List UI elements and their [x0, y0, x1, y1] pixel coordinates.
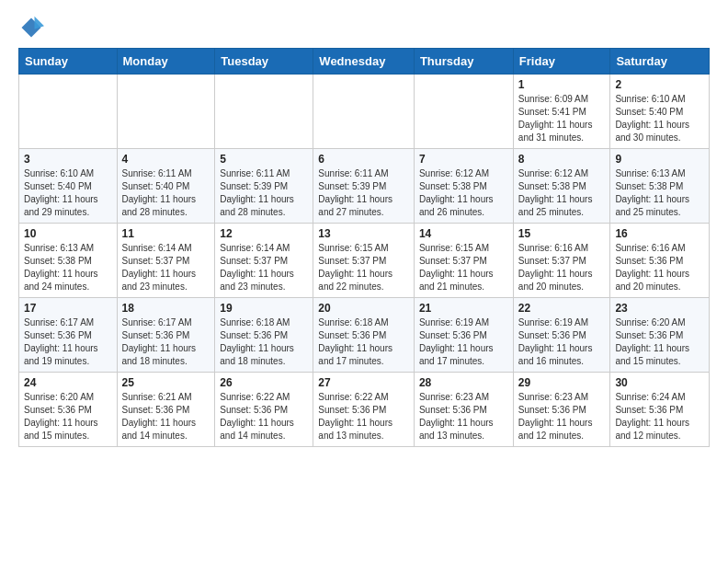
day-number: 29	[518, 376, 606, 389]
day-info: Sunrise: 6:10 AM Sunset: 5:40 PM Dayligh…	[615, 93, 704, 144]
day-number: 5	[220, 153, 308, 166]
weekday-header: Friday	[513, 49, 610, 75]
page: SundayMondayTuesdayWednesdayThursdayFrid…	[0, 0, 728, 456]
day-info: Sunrise: 6:23 AM Sunset: 5:36 PM Dayligh…	[518, 391, 606, 442]
day-number: 25	[122, 376, 210, 389]
calendar-cell	[19, 75, 118, 149]
day-info: Sunrise: 6:10 AM Sunset: 5:40 PM Dayligh…	[24, 167, 112, 219]
day-number: 19	[220, 302, 308, 315]
calendar-cell: 25Sunrise: 6:21 AM Sunset: 5:36 PM Dayli…	[117, 373, 215, 447]
calendar-cell	[313, 75, 415, 149]
logo-icon	[18, 15, 44, 40]
day-info: Sunrise: 6:15 AM Sunset: 5:37 PM Dayligh…	[419, 242, 508, 293]
day-number: 22	[518, 302, 606, 315]
day-number: 23	[615, 302, 704, 315]
day-number: 4	[122, 153, 210, 166]
calendar-cell: 20Sunrise: 6:18 AM Sunset: 5:36 PM Dayli…	[313, 298, 415, 373]
day-info: Sunrise: 6:18 AM Sunset: 5:36 PM Dayligh…	[220, 316, 308, 368]
day-number: 1	[518, 78, 606, 91]
calendar-cell: 28Sunrise: 6:23 AM Sunset: 5:36 PM Dayli…	[414, 373, 513, 447]
day-info: Sunrise: 6:13 AM Sunset: 5:38 PM Dayligh…	[615, 167, 704, 219]
calendar-header-row: SundayMondayTuesdayWednesdayThursdayFrid…	[19, 49, 710, 75]
day-info: Sunrise: 6:11 AM Sunset: 5:40 PM Dayligh…	[122, 167, 210, 219]
calendar-cell: 5Sunrise: 6:11 AM Sunset: 5:39 PM Daylig…	[215, 149, 313, 224]
calendar-cell: 21Sunrise: 6:19 AM Sunset: 5:36 PM Dayli…	[414, 298, 513, 373]
calendar-cell: 6Sunrise: 6:11 AM Sunset: 5:39 PM Daylig…	[313, 149, 415, 224]
day-number: 14	[419, 227, 508, 240]
weekday-header: Sunday	[19, 49, 118, 75]
calendar-cell: 2Sunrise: 6:10 AM Sunset: 5:40 PM Daylig…	[610, 75, 710, 149]
day-info: Sunrise: 6:17 AM Sunset: 5:36 PM Dayligh…	[122, 316, 210, 368]
calendar-week-row: 10Sunrise: 6:13 AM Sunset: 5:38 PM Dayli…	[19, 224, 710, 298]
day-info: Sunrise: 6:14 AM Sunset: 5:37 PM Dayligh…	[220, 242, 308, 293]
day-number: 18	[122, 302, 210, 315]
calendar: SundayMondayTuesdayWednesdayThursdayFrid…	[18, 48, 710, 447]
day-info: Sunrise: 6:11 AM Sunset: 5:39 PM Dayligh…	[220, 167, 308, 219]
calendar-week-row: 3Sunrise: 6:10 AM Sunset: 5:40 PM Daylig…	[19, 149, 710, 224]
calendar-week-row: 1Sunrise: 6:09 AM Sunset: 5:41 PM Daylig…	[19, 75, 710, 149]
day-info: Sunrise: 6:16 AM Sunset: 5:36 PM Dayligh…	[615, 242, 704, 293]
day-info: Sunrise: 6:11 AM Sunset: 5:39 PM Dayligh…	[318, 167, 409, 219]
calendar-cell: 30Sunrise: 6:24 AM Sunset: 5:36 PM Dayli…	[610, 373, 710, 447]
day-info: Sunrise: 6:19 AM Sunset: 5:36 PM Dayligh…	[419, 316, 508, 368]
calendar-cell: 19Sunrise: 6:18 AM Sunset: 5:36 PM Dayli…	[215, 298, 313, 373]
calendar-week-row: 24Sunrise: 6:20 AM Sunset: 5:36 PM Dayli…	[19, 373, 710, 447]
calendar-cell: 27Sunrise: 6:22 AM Sunset: 5:36 PM Dayli…	[313, 373, 415, 447]
day-number: 21	[419, 302, 508, 315]
day-info: Sunrise: 6:24 AM Sunset: 5:36 PM Dayligh…	[615, 391, 704, 442]
calendar-cell: 11Sunrise: 6:14 AM Sunset: 5:37 PM Dayli…	[117, 224, 215, 298]
day-number: 10	[24, 227, 112, 240]
calendar-cell: 7Sunrise: 6:12 AM Sunset: 5:38 PM Daylig…	[414, 149, 513, 224]
day-info: Sunrise: 6:22 AM Sunset: 5:36 PM Dayligh…	[318, 391, 409, 442]
day-number: 26	[220, 376, 308, 389]
day-info: Sunrise: 6:22 AM Sunset: 5:36 PM Dayligh…	[220, 391, 308, 442]
day-number: 2	[615, 78, 704, 91]
calendar-cell: 22Sunrise: 6:19 AM Sunset: 5:36 PM Dayli…	[513, 298, 610, 373]
calendar-cell: 24Sunrise: 6:20 AM Sunset: 5:36 PM Dayli…	[19, 373, 118, 447]
day-number: 30	[615, 376, 704, 389]
calendar-cell: 17Sunrise: 6:17 AM Sunset: 5:36 PM Dayli…	[19, 298, 118, 373]
calendar-cell: 4Sunrise: 6:11 AM Sunset: 5:40 PM Daylig…	[117, 149, 215, 224]
calendar-cell: 23Sunrise: 6:20 AM Sunset: 5:36 PM Dayli…	[610, 298, 710, 373]
calendar-cell: 26Sunrise: 6:22 AM Sunset: 5:36 PM Dayli…	[215, 373, 313, 447]
day-number: 17	[24, 302, 112, 315]
calendar-cell: 13Sunrise: 6:15 AM Sunset: 5:37 PM Dayli…	[313, 224, 415, 298]
header	[18, 15, 710, 40]
calendar-week-row: 17Sunrise: 6:17 AM Sunset: 5:36 PM Dayli…	[19, 298, 710, 373]
day-info: Sunrise: 6:14 AM Sunset: 5:37 PM Dayligh…	[122, 242, 210, 293]
day-number: 16	[615, 227, 704, 240]
calendar-cell	[215, 75, 313, 149]
calendar-cell: 3Sunrise: 6:10 AM Sunset: 5:40 PM Daylig…	[19, 149, 118, 224]
day-number: 7	[419, 153, 508, 166]
day-number: 13	[318, 227, 409, 240]
day-info: Sunrise: 6:19 AM Sunset: 5:36 PM Dayligh…	[518, 316, 606, 368]
day-info: Sunrise: 6:13 AM Sunset: 5:38 PM Dayligh…	[24, 242, 112, 293]
calendar-cell	[117, 75, 215, 149]
day-info: Sunrise: 6:09 AM Sunset: 5:41 PM Dayligh…	[518, 93, 606, 144]
calendar-cell: 8Sunrise: 6:12 AM Sunset: 5:38 PM Daylig…	[513, 149, 610, 224]
day-number: 27	[318, 376, 409, 389]
day-info: Sunrise: 6:18 AM Sunset: 5:36 PM Dayligh…	[318, 316, 409, 368]
calendar-cell: 16Sunrise: 6:16 AM Sunset: 5:36 PM Dayli…	[610, 224, 710, 298]
calendar-cell: 1Sunrise: 6:09 AM Sunset: 5:41 PM Daylig…	[513, 75, 610, 149]
day-info: Sunrise: 6:15 AM Sunset: 5:37 PM Dayligh…	[318, 242, 409, 293]
day-info: Sunrise: 6:23 AM Sunset: 5:36 PM Dayligh…	[419, 391, 508, 442]
weekday-header: Wednesday	[313, 49, 415, 75]
calendar-cell: 10Sunrise: 6:13 AM Sunset: 5:38 PM Dayli…	[19, 224, 118, 298]
day-number: 6	[318, 153, 409, 166]
calendar-cell: 14Sunrise: 6:15 AM Sunset: 5:37 PM Dayli…	[414, 224, 513, 298]
day-info: Sunrise: 6:20 AM Sunset: 5:36 PM Dayligh…	[615, 316, 704, 368]
day-info: Sunrise: 6:17 AM Sunset: 5:36 PM Dayligh…	[24, 316, 112, 368]
day-info: Sunrise: 6:20 AM Sunset: 5:36 PM Dayligh…	[24, 391, 112, 442]
day-info: Sunrise: 6:21 AM Sunset: 5:36 PM Dayligh…	[122, 391, 210, 442]
weekday-header: Monday	[117, 49, 215, 75]
day-info: Sunrise: 6:16 AM Sunset: 5:37 PM Dayligh…	[518, 242, 606, 293]
weekday-header: Saturday	[610, 49, 710, 75]
day-number: 3	[24, 153, 112, 166]
svg-marker-1	[35, 17, 45, 29]
day-number: 12	[220, 227, 308, 240]
weekday-header: Tuesday	[215, 49, 313, 75]
day-number: 11	[122, 227, 210, 240]
day-info: Sunrise: 6:12 AM Sunset: 5:38 PM Dayligh…	[419, 167, 508, 219]
calendar-cell: 9Sunrise: 6:13 AM Sunset: 5:38 PM Daylig…	[610, 149, 710, 224]
